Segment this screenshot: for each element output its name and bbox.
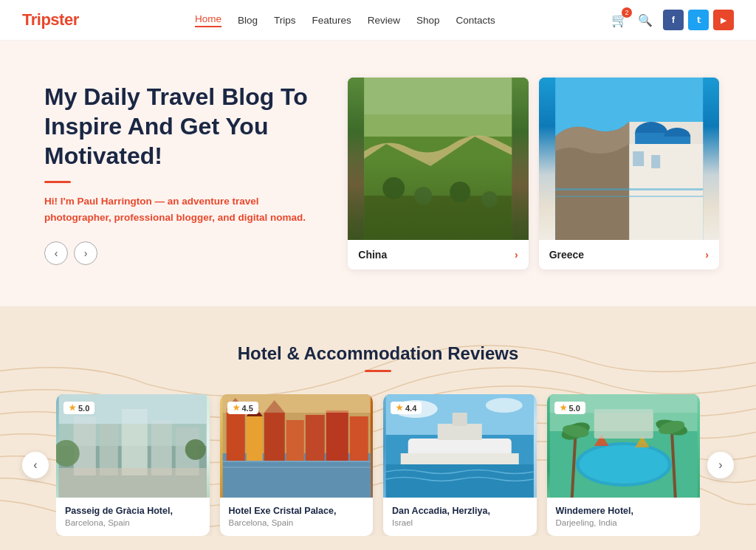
carousel-prev-button[interactable]: ‹ <box>22 452 49 478</box>
nav-shop[interactable]: Shop <box>416 15 440 26</box>
svg-rect-34 <box>226 409 244 461</box>
section-title: Hotel & Accommodation Reviews <box>22 343 734 364</box>
svg-rect-17 <box>633 151 644 166</box>
hotels-grid: ★5.0 Passeig de Gràcia Hotel, Barcelona,… <box>56 394 700 536</box>
greece-destination-card[interactable]: Greece › <box>539 78 719 269</box>
hotel-info-1: Passeig de Gràcia Hotel, Barcelona, Spai… <box>56 498 210 536</box>
social-icons: f 𝕥 ▶ <box>663 10 734 30</box>
svg-rect-3 <box>364 196 512 240</box>
svg-point-6 <box>450 182 470 202</box>
china-image <box>348 78 528 240</box>
instagram-button[interactable]: ▶ <box>713 10 734 30</box>
next-button[interactable]: › <box>74 241 97 265</box>
hero-section: My Daily Travel Blog To Inspire And Get … <box>0 41 756 306</box>
hotel-location-4: Darjeeling, India <box>556 518 692 527</box>
carousel-next-button[interactable]: › <box>707 452 734 478</box>
greece-label: Greece › <box>539 240 719 269</box>
section-header: Hotel & Accommodation Reviews <box>22 343 734 372</box>
section-divider <box>365 370 391 372</box>
hotel-card-2[interactable]: ★4.5 Hotel Exe Cristal Palace, Barcelona… <box>220 394 374 536</box>
svg-rect-69 <box>594 409 653 439</box>
search-icon[interactable]: 🔍 <box>638 13 653 27</box>
svg-rect-39 <box>326 410 348 461</box>
china-arrow: › <box>515 249 518 261</box>
hotel-rating-1: ★5.0 <box>63 402 94 414</box>
svg-rect-18 <box>651 155 660 168</box>
svg-rect-35 <box>246 416 262 461</box>
nav-contacts[interactable]: Contacts <box>456 15 495 26</box>
china-destination-card[interactable]: China › <box>348 78 528 269</box>
svg-rect-40 <box>349 416 368 461</box>
cart-icon[interactable]: 🛒 2 <box>611 12 628 28</box>
hotel-info-4: Windemere Hotel, Darjeeling, India <box>547 498 701 536</box>
hero-author: Paul Harrington <box>77 196 151 207</box>
svg-point-7 <box>481 191 498 207</box>
svg-rect-44 <box>222 461 370 462</box>
hero-navigation: ‹ › <box>44 241 326 265</box>
hotel-location-3: Israel <box>392 518 528 527</box>
logo-trip: Trip <box>22 10 50 29</box>
svg-rect-36 <box>264 413 284 461</box>
hotel-card-1[interactable]: ★5.0 Passeig de Gràcia Hotel, Barcelona,… <box>56 394 210 536</box>
logo[interactable]: Tripster <box>22 10 79 30</box>
svg-rect-52 <box>438 424 482 440</box>
nav-blog[interactable]: Blog <box>238 15 258 26</box>
nav-review[interactable]: Review <box>368 15 400 26</box>
china-label: China › <box>348 240 528 269</box>
hotels-carousel: ‹ <box>22 394 734 536</box>
hero-content: My Daily Travel Blog To Inspire And Get … <box>44 82 348 265</box>
svg-rect-26 <box>151 420 172 475</box>
destinations: China › <box>348 78 719 269</box>
hotel-card-3[interactable]: ★4.4 Dan Accadia, Herzliya, Israel <box>383 394 537 536</box>
svg-rect-24 <box>100 424 118 475</box>
cart-badge: 2 <box>622 7 632 18</box>
svg-rect-2 <box>364 137 512 196</box>
nav-trips[interactable]: Trips <box>274 15 296 26</box>
hotel-location-2: Barcelona, Spain <box>229 518 365 527</box>
main-nav: Home Blog Trips Features Review Shop Con… <box>195 13 495 27</box>
hotel-info-2: Hotel Exe Cristal Palace, Barcelona, Spa… <box>220 498 374 536</box>
hotel-image-4: ★5.0 <box>547 394 701 498</box>
prev-button[interactable]: ‹ <box>44 241 68 265</box>
hotel-rating-2: ★4.5 <box>227 402 258 414</box>
hotel-name-3: Dan Accadia, Herzliya, <box>392 505 528 517</box>
svg-rect-8 <box>364 78 512 114</box>
svg-rect-19 <box>555 188 703 190</box>
svg-rect-20 <box>555 196 703 197</box>
hero-title: My Daily Travel Blog To Inspire And Get … <box>44 82 326 171</box>
svg-rect-45 <box>222 467 370 468</box>
hotel-name-4: Windemere Hotel, <box>556 505 692 517</box>
svg-point-4 <box>382 177 405 199</box>
hotel-image-2: ★4.5 <box>220 394 374 498</box>
header-right: 🛒 2 🔍 f 𝕥 ▶ <box>611 10 734 30</box>
twitter-button[interactable]: 𝕥 <box>688 10 709 30</box>
hotel-location-1: Barcelona, Spain <box>65 518 201 527</box>
hotel-image-3: ★4.4 <box>383 394 537 498</box>
logo-s: s <box>50 10 59 29</box>
hotel-rating-4: ★5.0 <box>554 402 585 414</box>
greece-arrow: › <box>705 249 709 261</box>
svg-rect-28 <box>59 468 207 498</box>
hero-description: Hi! I'm Paul Harrington — an adventure t… <box>44 193 326 225</box>
accommodations-section: Hotel & Accommodation Reviews ‹ <box>0 306 756 550</box>
svg-rect-37 <box>286 420 303 461</box>
nav-home[interactable]: Home <box>195 13 221 27</box>
svg-point-56 <box>486 398 523 413</box>
facebook-button[interactable]: f <box>663 10 684 30</box>
nav-features[interactable]: Features <box>312 15 351 26</box>
logo-ter: ter <box>59 10 79 29</box>
greece-image <box>539 78 719 240</box>
svg-point-66 <box>579 445 667 484</box>
svg-rect-53 <box>453 413 467 426</box>
hero-divider <box>44 181 71 183</box>
hotel-name-2: Hotel Exe Cristal Palace, <box>229 505 365 517</box>
hotel-name-1: Passeig de Gràcia Hotel, <box>65 505 201 517</box>
hotel-image-1: ★5.0 <box>56 394 210 498</box>
hotel-card-4[interactable]: ★5.0 Windemere Hotel, Darjeeling, India <box>547 394 701 536</box>
hotel-info-3: Dan Accadia, Herzliya, Israel <box>383 498 537 536</box>
header: Tripster Home Blog Trips Features Review… <box>0 0 756 41</box>
svg-point-31 <box>185 439 206 460</box>
svg-point-5 <box>414 187 432 204</box>
svg-rect-38 <box>305 415 324 461</box>
hotel-rating-3: ★4.4 <box>391 402 422 414</box>
